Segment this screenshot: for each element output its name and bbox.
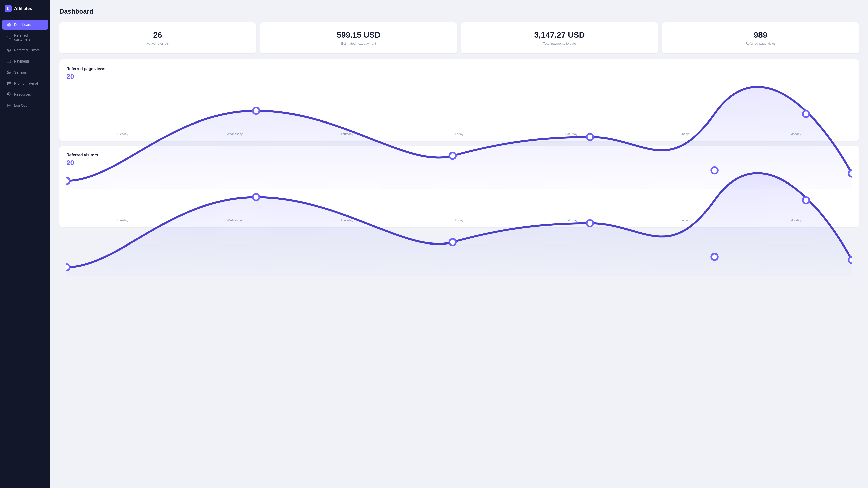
nav-item-label: Log Out (14, 103, 27, 107)
logout-icon (6, 103, 11, 108)
main-content: Dashboard 26 Active referrals 599.15 USD… (50, 0, 868, 488)
nav-item-label: Settings (14, 70, 27, 74)
sidebar-item-referred-customers[interactable]: Referred customers (2, 31, 48, 44)
stat-card-1: 599.15 USD Estimated next payment (260, 22, 457, 54)
svg-point-12 (587, 134, 593, 140)
chart-value: 20 (66, 72, 852, 80)
home-icon (6, 22, 11, 27)
credit-card-icon (6, 59, 11, 64)
svg-point-4 (8, 72, 9, 73)
page-title: Dashboard (59, 7, 859, 15)
svg-point-22 (849, 257, 852, 263)
sidebar-item-referred-visitors[interactable]: Referred visitors (2, 45, 48, 55)
stat-label: Referred page views (668, 42, 853, 45)
stat-label: Estimated next payment (266, 42, 451, 45)
sidebar-item-settings[interactable]: Settings (2, 67, 48, 77)
stat-cards: 26 Active referrals 599.15 USD Estimated… (59, 22, 859, 54)
svg-point-16 (66, 264, 69, 271)
stat-card-2: 3,147.27 USD Total payments to date (461, 22, 658, 54)
nav-menu: Dashboard Referred customers Referred vi… (0, 17, 50, 488)
sidebar: K Affiliates Dashboard Referred customer… (0, 0, 50, 488)
chart-panel-0: Referred page views 20 TuesdayWednesdayT… (59, 60, 859, 141)
gift-icon (6, 81, 11, 86)
sidebar-item-resources[interactable]: Resources (2, 89, 48, 99)
chart-area (66, 85, 852, 130)
eye-icon (6, 48, 11, 53)
sidebar-item-log-out[interactable]: Log Out (2, 100, 48, 110)
stat-value: 599.15 USD (266, 30, 451, 40)
svg-point-20 (711, 254, 718, 260)
svg-point-18 (449, 239, 456, 246)
stat-value: 26 (65, 30, 250, 40)
svg-point-14 (803, 111, 809, 117)
svg-point-10 (253, 107, 259, 114)
users-icon (6, 35, 11, 40)
svg-point-7 (8, 94, 9, 95)
charts-container: Referred page views 20 TuesdayWednesdayT… (59, 60, 859, 227)
app-logo: K Affiliates (0, 0, 50, 17)
stat-card-0: 26 Active referrals (59, 22, 256, 54)
gear-icon (6, 70, 11, 74)
nav-item-label: Payments (14, 59, 30, 63)
nav-item-label: Referred customers (14, 33, 44, 41)
pin-icon (6, 92, 11, 97)
sidebar-item-promo-material[interactable]: Promo material (2, 78, 48, 88)
svg-point-11 (449, 153, 456, 159)
chart-area (66, 171, 852, 216)
nav-item-label: Dashboard (14, 23, 31, 27)
stat-value: 3,147.27 USD (467, 30, 652, 40)
stat-card-3: 989 Referred page views (662, 22, 859, 54)
logo-icon: K (4, 5, 11, 12)
chart-title: Referred page views (66, 67, 852, 71)
app-name: Affiliates (14, 6, 32, 11)
sidebar-item-dashboard[interactable]: Dashboard (2, 20, 48, 30)
svg-point-17 (253, 194, 259, 200)
nav-item-label: Promo material (14, 82, 38, 85)
nav-item-label: Resources (14, 92, 31, 96)
svg-point-1 (8, 50, 9, 51)
stat-label: Total payments to date (467, 42, 652, 45)
svg-point-0 (7, 36, 9, 37)
svg-point-21 (803, 197, 809, 203)
stat-label: Active referrals (65, 42, 250, 45)
nav-item-label: Referred visitors (14, 48, 40, 52)
svg-rect-2 (7, 60, 11, 63)
sidebar-item-payments[interactable]: Payments (2, 56, 48, 66)
stat-value: 989 (668, 30, 853, 40)
svg-point-19 (587, 220, 593, 226)
